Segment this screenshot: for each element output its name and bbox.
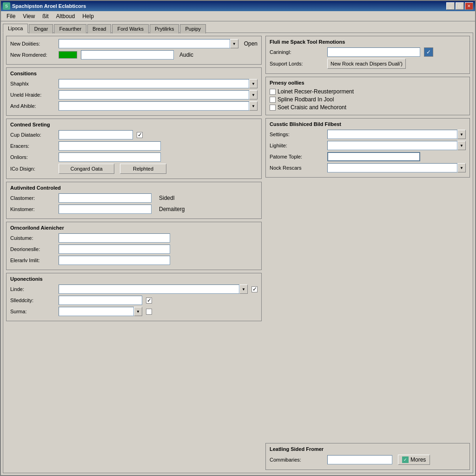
- prnesy-cb3-row: Soet Craisic and Mechoront: [270, 104, 466, 111]
- surma-dropdown: Mindop ▼: [59, 307, 142, 316]
- leatling-title: Leatling Sided Fromer: [270, 446, 466, 452]
- kinstomer-input[interactable]: [59, 205, 152, 214]
- cariningl-input[interactable]: Coniting: [327, 47, 420, 57]
- surma-input[interactable]: Mindop: [59, 307, 134, 316]
- eracers-input[interactable]: Confriumized: [59, 141, 161, 151]
- prnesy-cb1-row: Loinet Recser-Reusterporment: [270, 88, 466, 95]
- right-panel: Fluli me Spack Tool Remotions Cariningl:…: [265, 36, 470, 470]
- left-panel: New Doiities: Mdder Ausity ▼ Open New Ro…: [6, 36, 262, 470]
- commibaries-input[interactable]: SBK: [327, 455, 392, 464]
- and-ahible-input[interactable]: Anised: [59, 101, 249, 111]
- uneld-hraide-label: Uneld Hraide:: [10, 92, 57, 98]
- and-ahible-label: And Ahible:: [10, 103, 57, 109]
- deorioneslle-row: Deorioneslle: ADS: [10, 245, 258, 254]
- deorioneslle-input[interactable]: ADS: [59, 245, 170, 254]
- menu-sit[interactable]: ßit: [39, 12, 52, 20]
- menu-help[interactable]: Help: [79, 12, 98, 20]
- main-content: Lipoca Dngar Feaurther Bread Ford Warks …: [1, 21, 475, 475]
- cup-diataelo-row: Cup Diataelo: Hodownseard ✓: [10, 130, 258, 139]
- elerarly-imlit-row: Elerarlv Imlit: D-: [10, 256, 258, 265]
- surma-label: Surma:: [10, 309, 57, 314]
- title-bar: S Spachipston Aroel Eclabticors _ □ ✕: [1, 1, 475, 11]
- uneld-hraide-chevron[interactable]: ▼: [249, 90, 258, 99]
- cariningl-label: Cariningl:: [270, 49, 325, 55]
- onliors-input[interactable]: Saw suting Alcundor…: [59, 152, 161, 162]
- and-ahible-dropdown: Anised ▼: [59, 101, 258, 111]
- settings-chevron[interactable]: ▼: [457, 130, 466, 139]
- contned-sreting-section: Contned Sreting Cup Diataelo: Hodownsear…: [6, 119, 262, 179]
- new-doiities-chevron[interactable]: ▼: [230, 39, 238, 48]
- linde-checkbox[interactable]: ✓: [251, 286, 258, 292]
- maximize-button[interactable]: □: [456, 2, 464, 10]
- new-romdered-label: New Romdered:: [10, 52, 57, 58]
- linde-label: Linde:: [10, 286, 57, 292]
- ssuport-lords-row: Ssuport Lords: New Rock reach Dispers Du…: [270, 59, 466, 69]
- clastomer-input[interactable]: Ahated: [59, 193, 152, 203]
- new-doiities-row: New Doiities: Mdder Ausity ▼ Open: [10, 39, 258, 48]
- autivnited-section: Autivnited Controled Clastomer: Ahated S…: [6, 182, 262, 219]
- prnesy-cb3[interactable]: [270, 105, 276, 111]
- slledacity-checkbox[interactable]: ✓: [146, 298, 152, 304]
- uneld-hraide-input[interactable]: Seared: [59, 90, 249, 99]
- prnesy-section: Prnesy oollies Loinet Recser-Reusterporm…: [265, 77, 470, 115]
- tab-pupipy[interactable]: Pupipy: [180, 24, 206, 33]
- cuistume-row: Cuistume: Shiddl: [10, 233, 258, 243]
- tab-dngar[interactable]: Dngar: [29, 24, 53, 33]
- mores-button[interactable]: ✓ Mores: [398, 455, 430, 465]
- settings-input[interactable]: Fturin winity Mealbtiter ADC: [327, 130, 457, 139]
- prnesy-title: Prnesy oollies: [270, 80, 466, 86]
- cariningl-checkbox[interactable]: ✓: [424, 47, 433, 57]
- prnesy-cb1[interactable]: [270, 89, 276, 95]
- shaphlx-input[interactable]: Tall Lastin: [59, 79, 249, 88]
- linde-chevron[interactable]: ▼: [239, 284, 248, 294]
- tab-ford-warks[interactable]: Ford Warks: [112, 24, 148, 33]
- menu-view[interactable]: View: [19, 12, 39, 20]
- kinstomer-row: Kinstomer: Demaiterg: [10, 205, 258, 214]
- ssuport-lords-button[interactable]: New Rock reach Dispers Duali'): [327, 59, 406, 69]
- prnesy-cb2[interactable]: [270, 97, 276, 103]
- window-title: Spachipston Aroel Eclabticors: [12, 3, 446, 9]
- shaphlx-chevron[interactable]: ▼: [249, 79, 258, 88]
- color-indicator: [59, 51, 77, 59]
- settings-row: Settings: Fturin winity Mealbtiter ADC ▼: [270, 130, 466, 139]
- menu-file[interactable]: File: [3, 12, 19, 20]
- patome-tople-input[interactable]: Xelorus blletrihings: [327, 152, 420, 161]
- menu-altboud[interactable]: Altboud: [52, 12, 79, 20]
- cup-diataelo-input[interactable]: Hodownseard: [59, 130, 133, 139]
- ssuport-lords-label: Ssuport Lords:: [270, 61, 325, 66]
- close-button[interactable]: ✕: [465, 2, 473, 10]
- tab-lipoca[interactable]: Lipoca: [3, 24, 28, 33]
- slledacity-input[interactable]: Diease: [59, 296, 142, 305]
- elerarly-imlit-input[interactable]: D-: [59, 256, 170, 265]
- tab-prytilirks[interactable]: Prytilirks: [150, 24, 179, 33]
- nock-rescars-input[interactable]: CPS & &GA: [327, 163, 457, 172]
- and-ahible-chevron[interactable]: ▼: [249, 101, 258, 111]
- lighiite-chevron[interactable]: ▼: [457, 141, 466, 150]
- linde-row: Linde: Pafaciided ▼ ✓: [10, 284, 258, 294]
- new-romdered-input[interactable]: CVT0: [81, 50, 174, 60]
- tab-bread[interactable]: Bread: [87, 24, 111, 33]
- slledacity-row: Slleddcity: Diease ✓: [10, 296, 258, 305]
- surma-checkbox[interactable]: [146, 309, 152, 315]
- open-label: Open: [244, 40, 258, 47]
- minimize-button[interactable]: _: [446, 2, 455, 10]
- cuistume-input[interactable]: Shiddl: [59, 233, 170, 243]
- menu-bar: File View ßit Altboud Help: [1, 11, 475, 21]
- cup-diataelo-checkbox[interactable]: ✓: [137, 132, 143, 138]
- new-doiities-label: New Doiities:: [10, 41, 57, 46]
- commibaries-label: Commibaries:: [270, 457, 325, 463]
- congard-oata-button[interactable]: Congard Oata: [59, 164, 114, 174]
- relphted-button[interactable]: Relphted: [120, 164, 166, 174]
- contned-sreting-title: Contned Sreting: [10, 122, 258, 127]
- lighiite-input[interactable]: Nor Eliofonils..: [327, 141, 457, 150]
- surma-chevron[interactable]: ▼: [134, 307, 142, 316]
- tab-feaurther[interactable]: Feaurther: [54, 24, 86, 33]
- linde-input[interactable]: Pafaciided: [59, 284, 239, 294]
- nock-rescars-chevron[interactable]: ▼: [457, 163, 466, 172]
- tab-content-area: New Doiities: Mdder Ausity ▼ Open New Ro…: [3, 33, 473, 473]
- settings-dropdown: Fturin winity Mealbtiter ADC ▼: [327, 130, 466, 139]
- ico-disign-row: ICo Disign: Congard Oata Relphted: [10, 164, 258, 174]
- mores-label: Mores: [410, 456, 426, 463]
- new-doiities-dropdown: Mdder Ausity ▼: [59, 39, 238, 48]
- new-doiities-input[interactable]: Mdder Ausity: [59, 39, 230, 48]
